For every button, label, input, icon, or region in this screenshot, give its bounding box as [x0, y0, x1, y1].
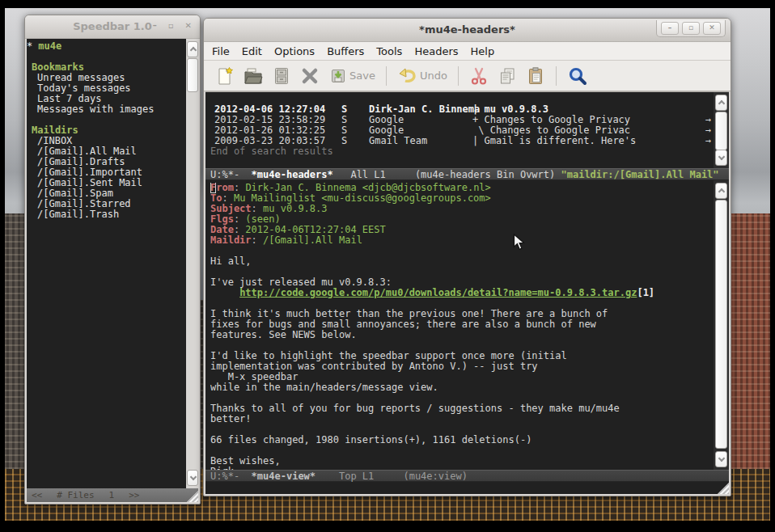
emacs-titlebar[interactable]: *mu4e-headers* – ▫ ✕: [204, 19, 731, 42]
headers-row[interactable]: 2012-02-15 23:58:29SGoogle+ Changes to G…: [210, 115, 711, 125]
close-button[interactable]: ✕: [703, 22, 721, 35]
menu-file[interactable]: File: [212, 45, 230, 57]
mu4e-headers-pane[interactable]: DateFlgsFromSubject 2012-04-06 12:27:04S…: [205, 92, 729, 168]
headers-scrollbar[interactable]: [714, 92, 729, 168]
speedbar-item[interactable]: /[Gmail].Drafts: [27, 157, 186, 167]
speedbar-titlebar[interactable]: Speedbar 1.0 – ▫ ✕: [25, 15, 200, 39]
speedbar-maximize-button[interactable]: ▫: [168, 21, 174, 31]
resize-grip[interactable]: [187, 491, 198, 502]
view-scrollbar[interactable]: [714, 180, 729, 470]
modeline-flags: U:%*-: [210, 169, 252, 180]
headers-column-row: DateFlgsFromSubject: [210, 94, 711, 104]
truncation-arrow-icon: →: [705, 115, 711, 125]
speedbar-item[interactable]: /[Gmail].All Mail: [27, 146, 186, 157]
scrollbar-thumb[interactable]: [715, 200, 727, 449]
message-header-field: To: Mu Mailinglist <mu-discuss@googlegro…: [210, 193, 711, 204]
menu-tools[interactable]: Tools: [376, 45, 402, 57]
toolbar-separator: [386, 66, 387, 86]
speedbar-item[interactable]: /INBOX: [27, 136, 186, 146]
modeline-position: All L1 (mu4e-headers Bin Ovwrt): [333, 169, 561, 180]
message-body-line: fixes for bugs and small annoyances; the…: [210, 319, 711, 330]
echo-area[interactable]: [205, 482, 729, 494]
file-cabinet-icon: [272, 66, 291, 86]
headers-row[interactable]: 2009-03-23 20:03:57SGmail Team| Gmail is…: [210, 136, 711, 146]
message-body-line: Hi all,: [210, 256, 711, 267]
emacs-frame-content: DateFlgsFromSubject 2012-04-06 12:27:04S…: [205, 91, 729, 494]
menu-help[interactable]: Help: [471, 45, 495, 57]
message-body-line: implementation was contributed by Antono…: [210, 361, 711, 372]
speedbar-root-item[interactable]: *mu4e: [27, 41, 186, 52]
scrollbar-thumb[interactable]: [715, 112, 727, 150]
view-modeline: U:%*- *mu4e-view* Top L1 (mu4e:view): [205, 470, 729, 482]
scroll-up-icon[interactable]: [187, 41, 198, 57]
message-body-line: [210, 267, 711, 277]
speedbar-item[interactable]: Last 7 days: [27, 94, 186, 104]
speedbar-item[interactable]: /[Gmail].Trash: [27, 209, 186, 220]
message-body-line: http://code.google.com/p/mu0/downloads/d…: [210, 288, 711, 298]
save-icon: [328, 66, 348, 86]
cut-button[interactable]: [469, 66, 489, 86]
paste-button[interactable]: [526, 66, 545, 86]
maximize-button[interactable]: ▫: [682, 22, 700, 35]
headers-modeline: U:%*- *mu4e-headers* All L1 (mu4e-header…: [205, 168, 729, 180]
toolbar-separator: [556, 66, 557, 86]
mu4e-view-pane[interactable]: From: Dirk-Jan C. Binnema <djcb@djcbsoft…: [205, 180, 729, 470]
toolbar-separator: [458, 66, 459, 86]
speedbar-item[interactable]: Unread messages: [27, 73, 186, 83]
end-of-results-text: End of search results: [210, 146, 711, 157]
message-body-line: [210, 340, 711, 351]
new-file-button[interactable]: [215, 66, 235, 86]
dired-button[interactable]: [272, 66, 291, 86]
new-file-icon: [215, 66, 235, 86]
message-body-line: [210, 424, 711, 435]
menu-buffers[interactable]: Buffers: [327, 45, 364, 57]
undo-label: Undo: [420, 70, 447, 82]
speedbar-minimize-button[interactable]: –: [153, 21, 157, 31]
truncation-arrow-icon: →: [705, 125, 711, 136]
message-header-field: Date: 2012-04-06T12:27:04 EEST: [210, 225, 711, 235]
message-body-line: I've just released mu v0.9.8.3:: [210, 277, 711, 288]
open-file-button[interactable]: [244, 66, 263, 86]
speedbar-item[interactable]: Messages with images: [27, 104, 186, 115]
menu-edit[interactable]: Edit: [242, 45, 262, 57]
modeline-buffer-name: *mu4e-view*: [252, 471, 316, 482]
speedbar-item[interactable]: /[Gmail].Spam: [27, 188, 186, 199]
undo-button[interactable]: Undo: [397, 66, 447, 86]
headers-row[interactable]: 2012-04-06 12:27:04SDirk-Jan C. Binnema|…: [210, 104, 711, 115]
minimize-button[interactable]: –: [661, 22, 679, 35]
scroll-down-icon[interactable]: [187, 470, 198, 486]
message-header-field: From: Dirk-Jan C. Binnema <djcb@djcbsoft…: [210, 183, 711, 193]
scrollbar-thumb[interactable]: [187, 58, 198, 92]
speedbar-item[interactable]: Today's messages: [27, 83, 186, 94]
link-footnote: [1]: [637, 288, 654, 298]
speedbar-scrollbar[interactable]: [186, 39, 198, 488]
copy-button[interactable]: [498, 66, 517, 86]
message-body-line: Dirk.: [210, 467, 711, 470]
scroll-up-icon[interactable]: [715, 183, 727, 199]
emacs-window: *mu4e-headers* – ▫ ✕ FileEditOptionsBuff…: [203, 18, 731, 496]
speedbar-content: *mu4e BookmarksUnread messagesToday's me…: [27, 39, 186, 488]
message-body-line: M-x speedbar: [210, 372, 711, 382]
speedbar-close-button[interactable]: ✕: [185, 21, 192, 31]
message-body-line: Thanks to all of you for bug reports / s…: [210, 403, 711, 414]
search-icon: [567, 65, 588, 87]
scroll-down-icon[interactable]: [715, 451, 727, 467]
speedbar-item[interactable]: /[Gmail].Important: [27, 167, 186, 178]
scroll-down-icon[interactable]: [715, 150, 727, 166]
toolbar: Save Undo: [204, 61, 731, 91]
menu-options[interactable]: Options: [274, 45, 315, 57]
menu-headers[interactable]: Headers: [414, 45, 458, 57]
search-button[interactable]: [567, 65, 588, 87]
scroll-up-icon[interactable]: [715, 95, 727, 111]
speedbar-nav-forward[interactable]: >>: [129, 490, 139, 500]
resize-grip[interactable]: [718, 483, 729, 494]
save-button[interactable]: Save: [328, 66, 375, 86]
headers-row[interactable]: 2012-01-26 01:32:25SGoogle \ Changes to …: [210, 125, 711, 136]
kill-buffer-button[interactable]: [300, 66, 320, 86]
open-folder-icon: [244, 66, 263, 86]
speedbar-item[interactable]: /[Gmail].Sent Mail: [27, 178, 186, 188]
message-link[interactable]: http://code.google.com/p/mu0/downloads/d…: [239, 288, 637, 298]
message-header-field: Flgs: (seen): [210, 214, 711, 225]
speedbar-nav-back[interactable]: <<: [32, 490, 42, 500]
speedbar-item[interactable]: /[Gmail].Starred: [27, 199, 186, 209]
